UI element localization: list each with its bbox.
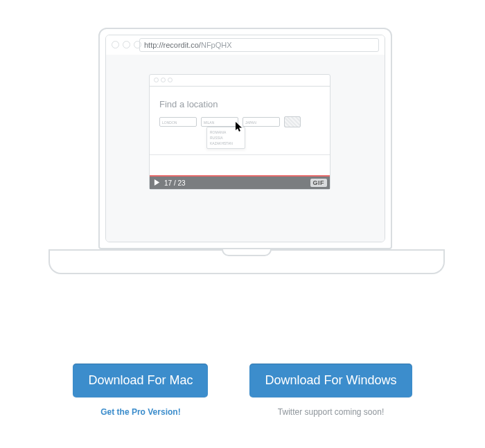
player-bar[interactable]: 17 / 23 GIF bbox=[150, 175, 330, 189]
location-input-3: JAPAN bbox=[242, 117, 280, 127]
laptop-illustration: http://recordit.co/NFpQHX Find a locatio… bbox=[48, 0, 436, 291]
submit-icon bbox=[284, 116, 301, 127]
dropdown-option: KAZAKHSTAN bbox=[210, 141, 242, 146]
pro-version-link[interactable]: Get the Pro Version! bbox=[100, 407, 180, 417]
url-path: NFpQHX bbox=[201, 41, 232, 49]
divider bbox=[150, 154, 330, 155]
browser-toolbar: http://recordit.co/NFpQHX bbox=[106, 35, 385, 55]
location-input-2: MILAN bbox=[201, 117, 238, 127]
recording-preview: Find a location LONDON MILAN JAPAN ROMAN… bbox=[149, 74, 330, 190]
download-windows-column: Download For Windows Twitter support com… bbox=[249, 364, 412, 417]
download-section: Download For Mac Get the Pro Version! Do… bbox=[0, 364, 485, 417]
window-minimize-icon bbox=[123, 41, 130, 48]
window-close-icon bbox=[112, 41, 119, 48]
preview-window-chrome bbox=[150, 75, 330, 87]
cursor-icon bbox=[236, 122, 244, 136]
twitter-support-text: Twitter support coming soon! bbox=[278, 407, 384, 417]
preview-body: Find a location LONDON MILAN JAPAN ROMAN… bbox=[150, 87, 330, 177]
download-mac-column: Download For Mac Get the Pro Version! bbox=[73, 364, 208, 417]
preview-title: Find a location bbox=[159, 99, 320, 109]
browser-viewport: Find a location LONDON MILAN JAPAN ROMAN… bbox=[106, 55, 385, 242]
download-mac-button[interactable]: Download For Mac bbox=[73, 364, 208, 397]
address-bar[interactable]: http://recordit.co/NFpQHX bbox=[139, 38, 379, 52]
frame-counter: 17 / 23 bbox=[164, 179, 186, 187]
download-windows-button[interactable]: Download For Windows bbox=[249, 364, 412, 397]
dropdown-option: RUSSIA bbox=[210, 135, 242, 141]
laptop-screen: http://recordit.co/NFpQHX Find a locatio… bbox=[105, 35, 385, 242]
location-input-1: LONDON bbox=[159, 117, 197, 127]
url-host: http://recordit.co/ bbox=[144, 41, 201, 49]
play-icon[interactable] bbox=[154, 179, 160, 187]
laptop-screen-bezel: http://recordit.co/NFpQHX Find a locatio… bbox=[98, 28, 392, 249]
gif-button[interactable]: GIF bbox=[310, 179, 328, 187]
laptop-notch bbox=[222, 249, 272, 256]
window-controls bbox=[112, 41, 141, 48]
